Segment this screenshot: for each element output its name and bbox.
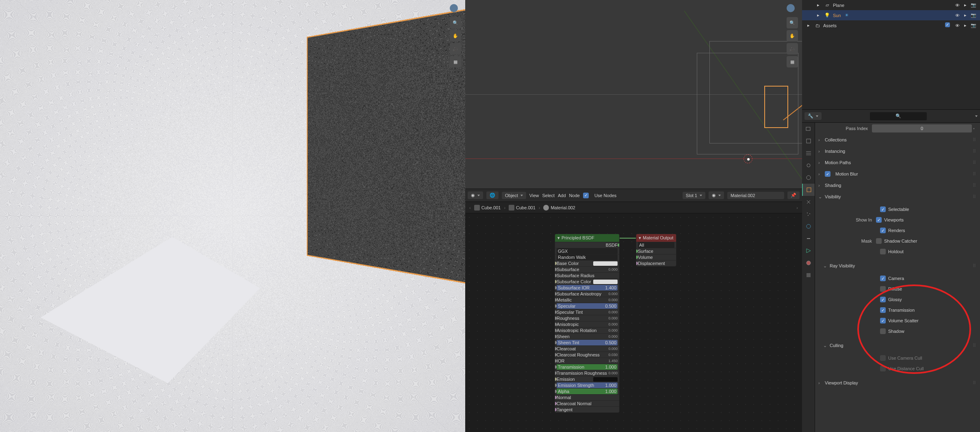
base-color-swatch[interactable] <box>593 261 618 266</box>
nav-gizmo[interactable] <box>787 4 795 12</box>
pan-icon[interactable]: ✋ <box>450 30 461 41</box>
eye-icon[interactable]: 👁 <box>954 2 960 9</box>
tab-modifiers[interactable] <box>802 196 815 208</box>
tab-data[interactable] <box>802 245 815 257</box>
tangent-label[interactable]: Tangent <box>557 407 572 412</box>
properties-search[interactable]: 🔍 <box>870 112 927 120</box>
render-icon[interactable]: 📷 <box>970 22 977 29</box>
menu-node[interactable]: Node <box>569 193 580 198</box>
breadcrumb-mesh[interactable]: Cube.001 <box>509 205 536 211</box>
cursor-icon[interactable]: ▸ <box>962 22 969 29</box>
properties-editor-type[interactable]: 🔧 <box>804 112 822 120</box>
tab-viewlayer[interactable] <box>802 147 815 159</box>
outliner-item-plane[interactable]: ▸▱ Plane 👁▸📷 <box>802 0 980 10</box>
material-browse-icon[interactable]: ◉ <box>709 191 724 199</box>
breadcrumb-nav-right-icon[interactable]: › <box>796 205 798 210</box>
perspective-icon[interactable]: ▦ <box>787 56 798 67</box>
subsurface-radius-label[interactable]: Subsurface Radius <box>557 273 594 278</box>
subsurface-label[interactable]: Subsurface <box>557 267 579 272</box>
motion-blur-enable[interactable] <box>825 171 830 177</box>
pass-index-field[interactable]: 0 <box>872 124 972 132</box>
panel-motion-blur[interactable]: ›Motion Blur⠿ <box>815 168 980 180</box>
panel-instancing[interactable]: ›Instancing⠿ <box>815 145 980 157</box>
roughness-label[interactable]: Roughness <box>557 316 579 321</box>
renders-checkbox[interactable] <box>880 228 886 233</box>
tab-object[interactable] <box>802 184 815 196</box>
breadcrumb-material[interactable]: Material.002 <box>543 205 575 211</box>
subsurface-method-dropdown[interactable]: Random Walk <box>557 254 618 260</box>
viewports-checkbox[interactable] <box>876 217 882 223</box>
options-dropdown[interactable] <box>975 115 978 117</box>
zoom-icon[interactable]: 🔍 <box>450 17 461 28</box>
sheen-tint-slider[interactable]: Sheen Tint0.500 <box>557 340 618 345</box>
menu-add[interactable]: Add <box>558 193 566 198</box>
emission-swatch[interactable] <box>593 377 618 382</box>
ray-camera-checkbox[interactable] <box>880 276 886 281</box>
shadow-catcher-checkbox[interactable] <box>876 238 882 244</box>
zoom-icon[interactable]: 🔍 <box>787 17 798 28</box>
emission-strength-slider[interactable]: Emission Strength1.000 <box>557 382 618 388</box>
node-canvas[interactable]: ▾Principled BSDF BSDF GGX Random Walk Ba… <box>465 213 802 432</box>
anisotropic-label[interactable]: Anisotropic <box>557 322 579 327</box>
metallic-label[interactable]: Metallic <box>557 297 572 302</box>
tab-texture[interactable] <box>802 269 815 281</box>
transmission-roughness-label[interactable]: Transmission Roughness <box>557 371 607 376</box>
output-target-dropdown[interactable]: All <box>638 242 674 248</box>
camera-icon[interactable]: 🎥 <box>787 43 798 54</box>
outliner-item-assets[interactable]: ▸🗀 Assets 👁▸📷 <box>802 20 980 30</box>
panel-shading[interactable]: ›Shading⠿ <box>815 180 980 191</box>
transmission-slider[interactable]: Transmission1.000 <box>557 364 618 370</box>
tab-material[interactable] <box>802 257 815 269</box>
pan-icon[interactable]: ✋ <box>787 30 798 41</box>
eye-icon[interactable]: 👁 <box>954 22 960 29</box>
alpha-slider[interactable]: Alpha1.000 <box>557 389 618 394</box>
ior-label[interactable]: IOR <box>557 358 565 363</box>
use-nodes-checkbox[interactable] <box>583 193 589 198</box>
sheen-label[interactable]: Sheen <box>557 334 570 339</box>
render-icon[interactable]: 📷 <box>970 2 977 9</box>
tab-output[interactable] <box>802 135 815 147</box>
material-output-node[interactable]: ▾Material Output All Surface Volume Disp… <box>636 234 676 267</box>
holdout-checkbox[interactable] <box>880 249 886 254</box>
tab-particles[interactable] <box>802 208 815 220</box>
panel-ray-visibility[interactable]: ⌄Ray Visibility⠿ <box>815 260 980 271</box>
render-icon[interactable]: 📷 <box>970 12 977 19</box>
breadcrumb-object[interactable]: Cube.001 <box>474 205 501 211</box>
animate-property-icon[interactable]: • <box>972 126 976 131</box>
panel-visibility[interactable]: ⌄Visibility⠿ <box>815 191 980 202</box>
principled-bsdf-node[interactable]: ▾Principled BSDF BSDF GGX Random Walk Ba… <box>555 234 620 413</box>
tab-world[interactable] <box>802 171 815 184</box>
material-name-field[interactable]: Material.002 <box>727 192 784 199</box>
specular-tint-label[interactable]: Specular Tint <box>557 310 583 315</box>
menu-view[interactable]: View <box>529 193 539 198</box>
cursor-icon[interactable]: ▸ <box>962 2 969 9</box>
normal-label[interactable]: Normal <box>557 395 571 400</box>
panel-viewport-display[interactable]: ›Viewport Display⠿ <box>815 377 980 389</box>
distribution-dropdown[interactable]: GGX <box>557 248 618 254</box>
aniso-rot-label[interactable]: Anisotropic Rotation <box>557 328 596 333</box>
rendered-viewport[interactable]: 🔍 ✋ 🎥 ▦ <box>0 0 465 432</box>
exclude-checkbox[interactable] <box>945 22 950 27</box>
surface-input[interactable]: Surface <box>638 249 653 254</box>
slot-dropdown[interactable]: Slot 1 <box>683 192 705 199</box>
displacement-input[interactable]: Displacement <box>638 261 665 266</box>
subsurface-aniso-label[interactable]: Subsurface Anisotropy <box>557 291 601 296</box>
3d-viewport[interactable]: 🔍 ✋ 🎥 ▦ <box>465 0 802 189</box>
tab-constraints[interactable] <box>802 232 815 245</box>
nav-gizmo[interactable] <box>450 4 458 12</box>
perspective-icon[interactable]: ▦ <box>450 56 461 67</box>
selectable-checkbox[interactable] <box>880 206 886 212</box>
outliner[interactable]: ▸▱ Plane 👁▸📷 ▸💡 Sun ☀ 👁▸📷 ▸🗀 Assets 👁▸📷 <box>802 0 980 110</box>
panel-motion-paths[interactable]: ›Motion Paths⠿ <box>815 157 980 168</box>
editor-type-dropdown[interactable]: ◉ <box>468 191 483 199</box>
volume-input[interactable]: Volume <box>638 255 653 260</box>
room-wireframe[interactable] <box>697 53 798 154</box>
clearcoat-roughness-label[interactable]: Clearcoat Roughness <box>557 352 600 357</box>
panel-collections[interactable]: ›Collections⠿ <box>815 134 980 145</box>
subsurface-ior-slider[interactable]: Subsurface IOR1.400 <box>557 285 618 291</box>
clearcoat-label[interactable]: Clearcoat <box>557 346 576 351</box>
object-mode-dropdown[interactable]: Object <box>502 192 526 199</box>
pin-icon[interactable]: 📌 <box>787 191 800 199</box>
eye-icon[interactable]: 👁 <box>954 12 960 19</box>
cursor-icon[interactable]: ▸ <box>962 12 969 19</box>
